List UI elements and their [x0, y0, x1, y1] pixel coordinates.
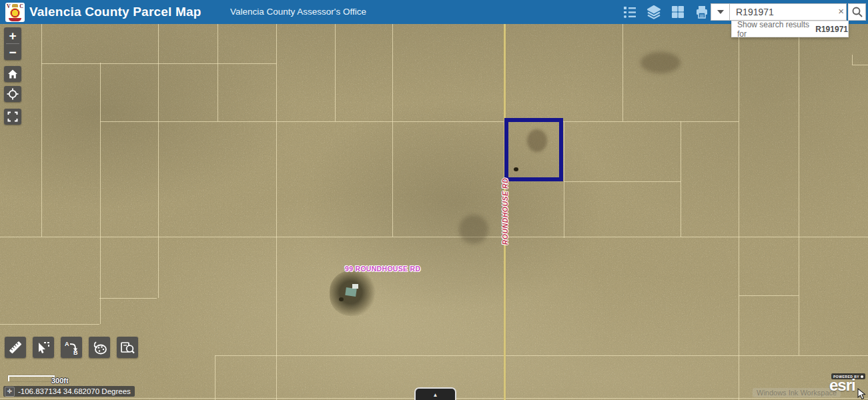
parcel-line	[276, 24, 277, 400]
parcel-line	[0, 237, 868, 237]
zoom-out-button[interactable]: −	[4, 44, 21, 60]
search-icon	[851, 6, 863, 18]
parcel-line	[215, 355, 868, 356]
svg-text:A: A	[65, 341, 69, 347]
directions-icon: A B	[63, 339, 80, 356]
road-label: ROUNDHOUSE RD	[501, 178, 509, 245]
clear-search-icon[interactable]: ×	[838, 5, 844, 17]
capture-coordinates-icon[interactable]: ✛	[5, 387, 15, 397]
zoom-in-button[interactable]: +	[4, 27, 21, 43]
chevron-up-icon: ▲	[433, 393, 438, 398]
search-input[interactable]	[729, 3, 847, 21]
header-toolbar	[622, 0, 710, 24]
parcel-line	[622, 24, 623, 121]
valencia-county-seal-logo: VC	[5, 3, 25, 22]
map-canvas[interactable]: ROUNDHOUSE RD 99 ROUNDHOUSE RD + −	[0, 24, 868, 400]
page-title: Valencia County Parcel Map	[29, 5, 201, 19]
basemap-gallery-button[interactable]	[670, 4, 686, 20]
parcel-line	[392, 24, 393, 237]
parcel-line	[41, 24, 42, 237]
page-subtitle: Valencia County Assessor's Office	[230, 7, 366, 17]
parcel-line	[681, 121, 681, 237]
address-label: 99 ROUNDHOUSE RD	[345, 265, 420, 273]
basemap-gallery-icon	[670, 4, 686, 20]
search-widget: ×	[711, 3, 866, 21]
windows-ink-watermark: Windows Ink Workspace	[753, 388, 841, 397]
parcel-line	[739, 24, 739, 400]
parcel-line	[218, 24, 218, 121]
parcel-line	[100, 63, 101, 324]
home-button[interactable]	[4, 66, 21, 82]
print-button[interactable]	[694, 4, 710, 20]
directions-tool-button[interactable]: A B	[61, 337, 82, 358]
palette-icon	[91, 339, 108, 356]
homestead-structure	[330, 271, 376, 316]
parcel-line	[335, 24, 336, 121]
measurement-tool-button[interactable]	[5, 337, 26, 358]
search-suggestion-item[interactable]: Show search results for R191971	[731, 21, 849, 37]
coordinate-widget: ✛ -106.837134 34.682070 Degrees	[3, 386, 135, 397]
parcel-line	[215, 355, 215, 400]
esri-logo: esri	[829, 376, 855, 395]
legend-icon	[622, 4, 638, 20]
locate-button[interactable]	[4, 86, 21, 102]
selected-parcel-outline[interactable]	[504, 118, 563, 181]
select-icon	[35, 339, 52, 356]
locate-icon	[7, 88, 19, 100]
fullscreen-icon	[7, 111, 18, 122]
parcel-line	[564, 121, 564, 238]
mouse-cursor-icon	[857, 388, 867, 400]
layers-icon	[646, 4, 662, 20]
chevron-down-icon	[717, 10, 724, 14]
parcel-line	[158, 24, 159, 298]
parcel-line	[41, 63, 276, 64]
attribute-table-toggle-button[interactable]: ▲	[414, 387, 456, 400]
parcel-line	[852, 65, 868, 65]
globe-icon	[861, 375, 863, 378]
parcel-line	[99, 298, 157, 299]
search-button[interactable]	[848, 3, 866, 21]
scale-label: 300ft	[51, 377, 69, 385]
search-source-dropdown-button[interactable]	[711, 3, 729, 21]
parcel-line	[739, 295, 799, 296]
terrain-smudge	[640, 52, 681, 73]
legend-button[interactable]	[622, 4, 638, 20]
parcel-line	[0, 324, 99, 325]
fullscreen-button[interactable]	[4, 109, 21, 125]
parcel-line	[799, 37, 799, 355]
terrain-smudge	[459, 215, 488, 244]
ruler-icon	[7, 339, 24, 356]
draw-tool-button[interactable]	[89, 337, 110, 358]
layers-button[interactable]	[646, 4, 662, 20]
scale-bar	[8, 375, 55, 381]
print-icon	[694, 4, 710, 20]
zoom-widget: + −	[4, 27, 21, 60]
query-icon	[119, 339, 136, 356]
parcel-line	[564, 181, 681, 182]
query-tool-button[interactable]	[117, 337, 138, 358]
app-window: VC Valencia County Parcel Map Valencia C…	[0, 0, 868, 400]
home-icon	[7, 69, 18, 79]
select-tool-button[interactable]	[33, 337, 54, 358]
parcel-line	[100, 121, 739, 122]
coordinate-readout: -106.837134 34.682070 Degrees	[18, 387, 131, 395]
suggestion-term: R191971	[815, 25, 848, 34]
parcel-line	[852, 55, 853, 65]
